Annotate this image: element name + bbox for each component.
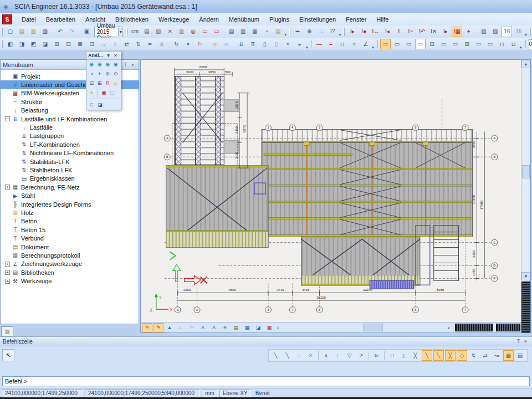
profile-curve-icon[interactable]: I~ (405, 27, 416, 37)
flag-view-icon[interactable]: ⚐ (187, 323, 197, 332)
picture-frame-icon[interactable]: ▭ (200, 27, 210, 37)
rotate-icon[interactable]: ◩ (28, 39, 39, 49)
profile-undo-icon[interactable]: I↶ (417, 27, 427, 37)
spray-icon[interactable]: ✳ (220, 323, 230, 332)
toolbar-handle[interactable] (525, 40, 526, 48)
chart-blue-icon[interactable]: ▦ (242, 323, 252, 332)
expand-icon[interactable]: + (5, 279, 10, 284)
chevron-down-icon[interactable]: ▾ (105, 52, 112, 59)
zoom-out-icon[interactable]: ⊖ (112, 70, 120, 78)
frame-save-icon[interactable]: ▭ (392, 39, 402, 49)
tree-item-21[interactable]: ▦Berechnungsprotokoll (1, 251, 139, 259)
copy-multi-icon[interactable]: ◧ (5, 39, 16, 49)
frame-add-icon[interactable]: ▭ (450, 39, 461, 49)
chart-blue-2-icon[interactable]: ◪ (253, 323, 263, 332)
column-a-icon[interactable]: ▯ (259, 39, 270, 49)
wireframe-16-icon[interactable]: 16 (502, 27, 512, 37)
frame-edit-icon[interactable]: ▭ (415, 39, 426, 49)
cursor-mode-button[interactable]: ↖ (2, 349, 14, 361)
solid-pen-icon[interactable]: ✎ (154, 323, 163, 332)
render-mode-icon[interactable]: ◪ (96, 101, 104, 109)
frame-filter-icon[interactable]: ▭ (380, 39, 391, 49)
grid-red-icon[interactable]: ▦ (264, 323, 274, 332)
snap-cross-icon[interactable]: ╳ (410, 350, 421, 361)
intersect-icon[interactable]: ⊠ (75, 39, 85, 49)
tree-item-5[interactable]: −⇊Lastfälle und LF-Kombinationen (1, 115, 139, 123)
scale-icon[interactable]: ◪ (40, 39, 50, 49)
menu-item-8[interactable]: Einstellungen (294, 15, 341, 24)
new-project-icon[interactable]: ▢ (5, 27, 16, 37)
tree-item-8[interactable]: ⇅LF-Kombinationen (1, 140, 139, 149)
zoom-in-icon[interactable]: ⊕ (104, 70, 112, 78)
sidebar-tab[interactable]: ▤ (1, 326, 13, 336)
toolbar-overflow[interactable]: ▾ (306, 45, 308, 50)
snap-line-2-icon[interactable]: ╲ (433, 350, 444, 361)
close-icon[interactable]: × (112, 52, 119, 59)
clip-box-icon[interactable]: ▣ (100, 89, 108, 97)
array-icon[interactable]: ⊞ (52, 39, 62, 49)
make-equal-icon[interactable]: ≍ (145, 39, 155, 49)
snap-vertex-icon[interactable]: ∧ (321, 350, 331, 361)
tree-item-11[interactable]: ⇅Stahlbeton-LFK (1, 166, 139, 174)
circle-tool-icon[interactable]: ○ (349, 39, 360, 49)
zoom-window-icon[interactable]: ⊡ (88, 79, 96, 88)
move-down-2-icon[interactable]: ⇊ (236, 39, 247, 49)
vertical-scrollbar[interactable]: ▲ ▼ (521, 60, 530, 280)
print-preview-icon[interactable]: ▥ (238, 27, 248, 37)
move-up-2-icon[interactable]: ⇈ (248, 39, 258, 49)
beam-double-icon[interactable]: = (326, 39, 336, 49)
flag-tool-icon[interactable]: ⚐ (195, 39, 205, 49)
toolbar-overflow[interactable]: ▾ (284, 33, 287, 37)
wire-pen-icon[interactable]: ✎ (142, 323, 152, 332)
profile-library-icon[interactable]: I▸ (347, 27, 357, 37)
point-grid-icon[interactable]: ∷ (316, 27, 326, 37)
clip-box-off-icon[interactable]: ▢ (108, 89, 116, 97)
undo-icon[interactable]: ↶ (55, 27, 65, 37)
weld-icon[interactable]: ≋ (156, 39, 167, 49)
snap-tangent-icon[interactable]: ↯ (468, 350, 479, 361)
opacity-spinner[interactable]: 0.65 ▲▼ (529, 39, 532, 49)
toolbar-handle[interactable] (2, 28, 3, 36)
solid-16-icon[interactable]: 16 (513, 27, 524, 37)
view-z-icon[interactable]: ◉ (104, 60, 112, 69)
stretch-v-icon[interactable]: ↕ (110, 39, 120, 49)
frame-u-icon[interactable]: ⊔ (508, 39, 519, 49)
snap-intersection-icon[interactable]: ╳ (445, 350, 456, 361)
world-update-icon[interactable]: ◔ (261, 27, 272, 37)
toolbar-overflow[interactable]: ▾ (520, 45, 522, 50)
menu-item-6[interactable]: Menübaum (224, 15, 264, 24)
expand-icon[interactable]: + (5, 262, 10, 267)
print-icon[interactable]: ▤ (226, 27, 237, 37)
align-icon[interactable]: ⇅ (133, 39, 144, 49)
move-node-icon[interactable]: + (463, 27, 474, 37)
tree-item-24[interactable]: +⚒Werkzeuge (1, 277, 139, 285)
toolbar-handle[interactable] (2, 40, 3, 48)
scia-logo-icon[interactable]: S (2, 14, 12, 24)
swap-icon[interactable]: ⇄ (121, 39, 132, 49)
close-viewport-icon[interactable]: ▣ (81, 27, 92, 37)
shading-icon[interactable]: ▲ (165, 323, 175, 332)
tree-item-12[interactable]: ▤Ergebnisklassen (1, 175, 139, 183)
minimized-window-bar-1[interactable] (455, 324, 493, 331)
close-icon[interactable]: × (129, 61, 136, 68)
horizontal-scroll-thumb[interactable] (363, 324, 383, 331)
project-combo[interactable]: Umbau 2015 Gerät ▼ (94, 27, 123, 37)
help-ibeam-icon[interactable]: I? (328, 27, 338, 37)
toolbar-handle[interactable] (530, 28, 531, 36)
collapse-icon[interactable]: − (5, 116, 10, 121)
profile-next-icon[interactable]: I▸ (440, 27, 451, 37)
join-icon[interactable]: ⊡ (86, 39, 97, 49)
picture-frame-2-icon[interactable]: ▭ (211, 27, 222, 37)
frame-clip-icon[interactable]: ▭ (438, 39, 449, 49)
scroll-down-icon[interactable]: ▼ (521, 272, 530, 280)
scroll-right-icon[interactable]: › (448, 325, 449, 331)
menu-item-1[interactable]: Bearbeiten (41, 15, 80, 24)
toolbar-handle[interactable] (311, 40, 312, 48)
minimized-window-bar-vertical[interactable] (521, 282, 530, 332)
angle-tool-icon[interactable]: ∠ (361, 39, 371, 49)
snap-perp-icon[interactable]: ⊥ (398, 350, 409, 361)
snap-line-icon[interactable]: ╲ (422, 350, 432, 361)
profile-icon[interactable]: I (393, 27, 404, 37)
tree-item-15[interactable]: ╟Integriertes Design Forms (1, 200, 139, 208)
scrollbar-thumb[interactable] (522, 165, 530, 178)
